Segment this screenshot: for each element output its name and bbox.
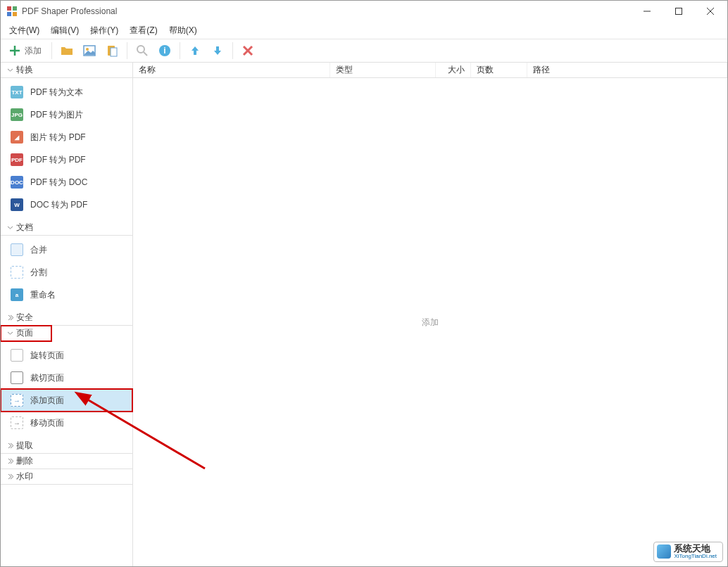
svg-point-14 [137,46,144,53]
svg-rect-5 [675,8,682,15]
add-label: 添加 [25,45,42,57]
app-icon [6,6,18,17]
menu-edit[interactable]: 编辑(V) [45,23,84,38]
sidebar-item-label: PDF 转为图片 [30,109,83,121]
clipboard-icon [105,44,119,58]
menu-view[interactable]: 查看(Z) [124,23,163,38]
sidebar-item-label: DOC 转为 PDF [30,199,87,211]
plus-icon [8,44,22,58]
merge-icon [11,243,23,256]
up-button[interactable] [184,41,206,60]
arrow-down-icon [211,44,225,58]
x-icon [241,44,255,58]
category-extract[interactable]: 提取 [1,438,132,454]
chevron-right-icon [6,314,13,321]
sidebar-item-crop-pages[interactable]: 裁切页面 [1,367,132,389]
category-label: 页面 [16,327,33,339]
chevron-right-icon [6,458,13,465]
sidebar-item-rotate-pages[interactable]: ↻旋转页面 [1,344,132,367]
word-icon: W [11,198,23,211]
titlebar: PDF Shaper Professional [1,1,727,22]
menu-file[interactable]: 文件(W) [4,23,45,38]
category-watermark[interactable]: 水印 [1,469,132,485]
sidebar-item-label: 合并 [30,244,47,256]
add-button[interactable]: 添加 [5,41,47,60]
image-icon: ◢ [11,131,23,144]
sidebar-item-pdf-to-pdf[interactable]: PDFPDF 转为 PDF [1,148,132,171]
sidebar-item-pdf-to-image[interactable]: JPGPDF 转为图片 [1,103,132,126]
doc-icon: DOC [11,176,23,189]
column-pages[interactable]: 页数 [471,63,527,77]
column-headers: 名称 类型 大小 页数 路径 [133,63,727,78]
sidebar-item-merge[interactable]: 合并 [1,238,132,261]
watermark-url: XiTongTianDi.net [674,554,717,560]
menu-action[interactable]: 操作(Y) [84,23,124,38]
category-pages[interactable]: 页面 [1,326,51,341]
column-size[interactable]: 大小 [436,63,471,77]
category-convert[interactable]: 转换 [1,63,132,78]
separator [180,42,180,59]
folder-icon [60,44,74,58]
paste-button[interactable] [101,41,123,60]
sidebar-item-rename[interactable]: a重命名 [1,284,132,306]
watermark-name: 系统天地 [674,544,717,554]
txt-icon: TXT [11,86,23,98]
sidebar-item-image-to-pdf[interactable]: ◢图片 转为 PDF [1,126,132,148]
sidebar-item-label: 移动页面 [30,417,64,429]
sidebar: 转换 TXTPDF 转为文本 JPGPDF 转为图片 ◢图片 转为 PDF PD… [1,63,133,566]
close-button[interactable] [694,1,726,21]
separator [232,42,233,59]
sidebar-item-move-pages[interactable]: 移动页面 [1,412,132,434]
sidebar-item-pdf-to-doc[interactable]: DOCPDF 转为 DOC [1,171,132,193]
chevron-right-icon [6,442,13,450]
category-document[interactable]: 文档 [1,220,132,236]
sidebar-item-pdf-to-text[interactable]: TXTPDF 转为文本 [1,81,132,103]
empty-placeholder[interactable]: 添加 [133,78,727,566]
column-name[interactable]: 名称 [133,63,330,77]
down-button[interactable] [207,41,228,60]
maximize-button[interactable] [663,1,694,21]
split-icon [11,266,23,279]
minimize-button[interactable] [631,1,663,21]
menu-help[interactable]: 帮助(X) [163,23,203,38]
category-delete[interactable]: 删除 [1,454,132,469]
info-icon: i [158,44,172,58]
crop-icon [11,371,23,384]
search-icon [135,44,149,58]
sidebar-item-split[interactable]: 分割 [1,261,132,284]
pdf-icon: PDF [11,153,23,166]
category-label: 删除 [16,455,33,467]
sidebar-item-label: PDF 转为文本 [30,87,83,98]
rotate-icon: ↻ [11,349,23,362]
svg-rect-13 [111,48,117,56]
category-label: 转换 [16,64,33,76]
arrow-up-icon [188,44,202,58]
search-button[interactable] [132,41,153,60]
svg-rect-1 [13,6,17,11]
image-button[interactable] [79,41,100,60]
watermark-badge: 系统天地 XiTongTianDi.net [653,542,723,562]
remove-button[interactable] [237,41,258,60]
jpg-icon: JPG [11,108,23,121]
column-type[interactable]: 类型 [330,63,436,77]
svg-line-15 [144,52,147,56]
separator [51,42,52,59]
folder-button[interactable] [56,41,77,60]
svg-rect-0 [7,6,11,11]
sidebar-item-label: 分割 [30,267,47,279]
category-label: 提取 [16,440,33,452]
sidebar-item-label: 裁切页面 [30,372,64,384]
category-label: 安全 [16,312,33,324]
sidebar-item-label: PDF 转为 PDF [30,154,86,166]
sidebar-item-doc-to-pdf[interactable]: WDOC 转为 PDF [1,193,132,216]
sidebar-item-label: 添加页面 [30,395,64,407]
category-label: 水印 [16,471,33,483]
sidebar-item-label: 重命名 [30,289,56,301]
info-button[interactable]: i [154,41,175,60]
sidebar-item-label: 图片 转为 PDF [30,132,86,144]
move-page-icon [11,416,23,429]
category-convert-items: TXTPDF 转为文本 JPGPDF 转为图片 ◢图片 转为 PDF PDFPD… [1,78,132,220]
category-security[interactable]: 安全 [1,310,132,326]
sidebar-item-add-pages[interactable]: 添加页面 [1,389,132,412]
column-path[interactable]: 路径 [527,63,727,77]
